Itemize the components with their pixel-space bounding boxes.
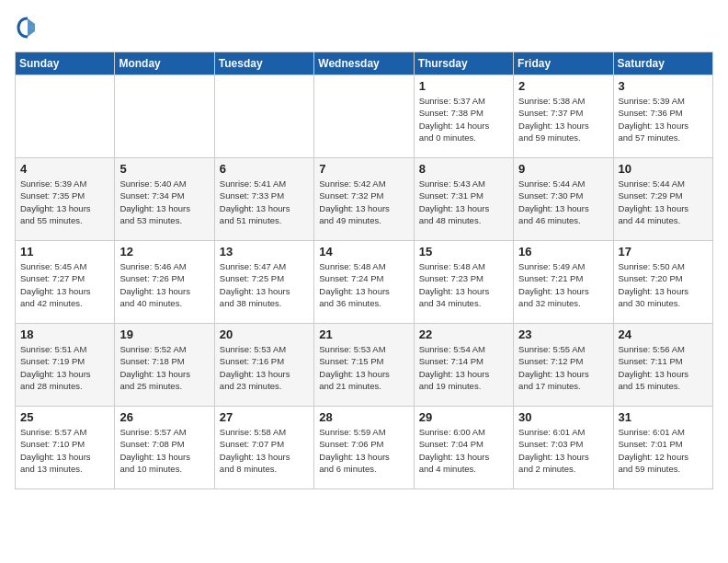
calendar-week-row: 4Sunrise: 5:39 AM Sunset: 7:35 PM Daylig… [16,158,713,241]
day-info: Sunrise: 5:50 AM Sunset: 7:20 PM Dayligh… [619,260,708,309]
day-number: 26 [119,410,209,424]
day-number: 2 [518,79,608,93]
logo-icon [15,15,40,40]
calendar-cell: 12Sunrise: 5:46 AM Sunset: 7:26 PM Dayli… [115,241,214,324]
day-info: Sunrise: 5:47 AM Sunset: 7:25 PM Dayligh… [220,260,309,309]
calendar-week-row: 25Sunrise: 5:57 AM Sunset: 7:10 PM Dayli… [16,407,713,489]
calendar-cell: 19Sunrise: 5:52 AM Sunset: 7:18 PM Dayli… [115,324,214,407]
calendar-cell: 29Sunrise: 6:00 AM Sunset: 7:04 PM Dayli… [414,407,513,489]
weekday-header: Monday [115,52,214,75]
day-info: Sunrise: 5:53 AM Sunset: 7:15 PM Dayligh… [319,343,408,392]
day-info: Sunrise: 5:55 AM Sunset: 7:12 PM Dayligh… [518,343,608,392]
day-number: 11 [20,245,109,259]
day-info: Sunrise: 5:57 AM Sunset: 7:08 PM Dayligh… [119,426,209,475]
calendar-cell: 24Sunrise: 5:56 AM Sunset: 7:11 PM Dayli… [613,324,712,407]
day-info: Sunrise: 5:39 AM Sunset: 7:35 PM Dayligh… [20,178,109,226]
day-info: Sunrise: 5:48 AM Sunset: 7:24 PM Dayligh… [319,260,408,309]
day-info: Sunrise: 5:43 AM Sunset: 7:31 PM Dayligh… [419,178,508,226]
calendar-cell: 7Sunrise: 5:42 AM Sunset: 7:32 PM Daylig… [314,158,414,241]
day-number: 3 [619,79,708,93]
day-number: 16 [518,245,608,259]
calendar-cell: 28Sunrise: 5:59 AM Sunset: 7:06 PM Dayli… [314,407,414,489]
calendar-cell: 9Sunrise: 5:44 AM Sunset: 7:30 PM Daylig… [514,158,613,241]
weekday-header: Saturday [613,52,712,75]
weekday-header: Tuesday [214,52,313,75]
day-info: Sunrise: 6:01 AM Sunset: 7:03 PM Dayligh… [518,426,608,475]
day-number: 4 [20,162,109,176]
day-number: 25 [20,410,109,424]
calendar-week-row: 1Sunrise: 5:37 AM Sunset: 7:38 PM Daylig… [16,75,713,158]
day-info: Sunrise: 5:39 AM Sunset: 7:36 PM Dayligh… [619,95,708,144]
day-info: Sunrise: 5:37 AM Sunset: 7:38 PM Dayligh… [419,95,508,144]
calendar-cell: 10Sunrise: 5:44 AM Sunset: 7:29 PM Dayli… [613,158,712,241]
calendar-cell: 6Sunrise: 5:41 AM Sunset: 7:33 PM Daylig… [214,158,313,241]
day-number: 27 [220,410,309,424]
calendar-cell: 16Sunrise: 5:49 AM Sunset: 7:21 PM Dayli… [514,241,613,324]
day-number: 9 [518,162,608,176]
header [15,15,713,40]
day-info: Sunrise: 5:46 AM Sunset: 7:26 PM Dayligh… [119,260,209,309]
day-number: 10 [619,162,708,176]
day-number: 14 [319,245,408,259]
day-number: 17 [619,245,708,259]
day-info: Sunrise: 5:59 AM Sunset: 7:06 PM Dayligh… [319,426,408,475]
calendar-table: SundayMondayTuesdayWednesdayThursdayFrid… [15,52,713,489]
weekday-header: Sunday [16,52,115,75]
logo [15,15,44,40]
calendar-cell: 5Sunrise: 5:40 AM Sunset: 7:34 PM Daylig… [115,158,214,241]
day-number: 29 [419,410,508,424]
calendar-body: 1Sunrise: 5:37 AM Sunset: 7:38 PM Daylig… [16,75,713,489]
day-number: 18 [20,327,109,341]
day-info: Sunrise: 5:48 AM Sunset: 7:23 PM Dayligh… [419,260,508,309]
day-info: Sunrise: 5:44 AM Sunset: 7:30 PM Dayligh… [518,178,608,226]
weekday-header: Friday [514,52,613,75]
calendar-week-row: 18Sunrise: 5:51 AM Sunset: 7:19 PM Dayli… [16,324,713,407]
day-info: Sunrise: 6:01 AM Sunset: 7:01 PM Dayligh… [619,426,708,475]
calendar-header-row: SundayMondayTuesdayWednesdayThursdayFrid… [16,52,713,75]
day-info: Sunrise: 5:54 AM Sunset: 7:14 PM Dayligh… [419,343,508,392]
day-number: 1 [419,79,508,93]
day-number: 21 [319,327,408,341]
calendar-cell: 31Sunrise: 6:01 AM Sunset: 7:01 PM Dayli… [613,407,712,489]
day-number: 13 [220,245,309,259]
calendar-cell: 25Sunrise: 5:57 AM Sunset: 7:10 PM Dayli… [16,407,115,489]
day-number: 12 [119,245,209,259]
day-number: 24 [619,327,708,341]
day-info: Sunrise: 5:38 AM Sunset: 7:37 PM Dayligh… [518,95,608,144]
day-info: Sunrise: 5:42 AM Sunset: 7:32 PM Dayligh… [319,178,408,226]
day-info: Sunrise: 5:57 AM Sunset: 7:10 PM Dayligh… [20,426,109,475]
calendar-cell: 17Sunrise: 5:50 AM Sunset: 7:20 PM Dayli… [613,241,712,324]
day-info: Sunrise: 5:40 AM Sunset: 7:34 PM Dayligh… [119,178,209,226]
day-number: 30 [518,410,608,424]
calendar-week-row: 11Sunrise: 5:45 AM Sunset: 7:27 PM Dayli… [16,241,713,324]
calendar-cell: 21Sunrise: 5:53 AM Sunset: 7:15 PM Dayli… [314,324,414,407]
weekday-header: Wednesday [314,52,414,75]
calendar-cell: 13Sunrise: 5:47 AM Sunset: 7:25 PM Dayli… [214,241,313,324]
day-info: Sunrise: 5:56 AM Sunset: 7:11 PM Dayligh… [619,343,708,392]
day-info: Sunrise: 5:44 AM Sunset: 7:29 PM Dayligh… [619,178,708,226]
calendar-cell: 1Sunrise: 5:37 AM Sunset: 7:38 PM Daylig… [414,75,513,158]
day-number: 19 [119,327,209,341]
calendar-cell [314,75,414,158]
day-info: Sunrise: 5:45 AM Sunset: 7:27 PM Dayligh… [20,260,109,309]
calendar-cell: 14Sunrise: 5:48 AM Sunset: 7:24 PM Dayli… [314,241,414,324]
calendar-cell: 2Sunrise: 5:38 AM Sunset: 7:37 PM Daylig… [514,75,613,158]
day-number: 6 [220,162,309,176]
day-number: 28 [319,410,408,424]
day-number: 20 [220,327,309,341]
day-info: Sunrise: 5:49 AM Sunset: 7:21 PM Dayligh… [518,260,608,309]
calendar-cell: 3Sunrise: 5:39 AM Sunset: 7:36 PM Daylig… [613,75,712,158]
calendar-cell: 11Sunrise: 5:45 AM Sunset: 7:27 PM Dayli… [16,241,115,324]
calendar-cell: 26Sunrise: 5:57 AM Sunset: 7:08 PM Dayli… [115,407,214,489]
day-number: 8 [419,162,508,176]
calendar-cell [115,75,214,158]
day-number: 22 [419,327,508,341]
calendar-cell: 20Sunrise: 5:53 AM Sunset: 7:16 PM Dayli… [214,324,313,407]
day-info: Sunrise: 5:53 AM Sunset: 7:16 PM Dayligh… [220,343,309,392]
weekday-header: Thursday [414,52,513,75]
day-number: 23 [518,327,608,341]
calendar-cell: 22Sunrise: 5:54 AM Sunset: 7:14 PM Dayli… [414,324,513,407]
day-info: Sunrise: 5:58 AM Sunset: 7:07 PM Dayligh… [220,426,309,475]
calendar-cell: 23Sunrise: 5:55 AM Sunset: 7:12 PM Dayli… [514,324,613,407]
day-info: Sunrise: 5:41 AM Sunset: 7:33 PM Dayligh… [220,178,309,226]
